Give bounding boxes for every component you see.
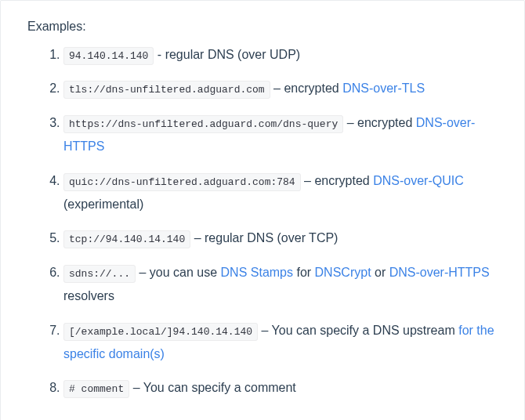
example-code: https://dns-unfiltered.adguard.com/dns-q… xyxy=(63,115,343,133)
example-text: or xyxy=(371,266,389,279)
example-code: 94.140.14.140 xyxy=(63,47,154,65)
doc-link[interactable]: DNSCrypt xyxy=(315,266,371,279)
example-text: – You can specify a DNS upstream xyxy=(258,324,458,337)
example-code: [/example.local/]94.140.14.140 xyxy=(63,323,258,341)
example-text: - regular DNS (over UDP) xyxy=(154,48,300,61)
example-text: – You can specify a comment xyxy=(129,381,296,394)
example-item-5: tcp://94.140.14.140 – regular DNS (over … xyxy=(63,222,499,255)
example-item-1: 94.140.14.140 - regular DNS (over UDP) xyxy=(63,38,499,72)
example-code: # comment xyxy=(63,380,129,398)
doc-link[interactable]: DNS Stamps xyxy=(221,266,293,279)
example-text: – encrypted xyxy=(343,116,416,129)
example-item-3: https://dns-unfiltered.adguard.com/dns-q… xyxy=(63,107,499,165)
example-code: sdns://... xyxy=(63,265,136,283)
doc-link[interactable]: DNS-over-TLS xyxy=(342,81,425,95)
examples-heading: Examples: xyxy=(27,20,499,34)
example-text: (experimental) xyxy=(63,197,143,211)
example-item-6: sdns://... – you can use DNS Stamps for … xyxy=(63,256,499,314)
example-code: tcp://94.140.14.140 xyxy=(63,230,190,248)
example-text: for xyxy=(293,266,315,279)
example-code: quic://dns-unfiltered.adguard.com:784 xyxy=(63,173,301,191)
doc-link[interactable]: DNS-over-QUIC xyxy=(373,174,464,187)
examples-panel: Examples: 94.140.14.140 - regular DNS (o… xyxy=(0,0,525,420)
example-text: – you can use xyxy=(136,266,221,279)
example-text: – regular DNS (over TCP) xyxy=(190,231,338,244)
example-item-4: quic://dns-unfiltered.adguard.com:784 – … xyxy=(63,165,499,223)
example-code: tls://dns-unfiltered.adguard.com xyxy=(63,81,270,99)
example-item-8: # comment – You can specify a comment xyxy=(63,371,499,405)
example-item-7: [/example.local/]94.140.14.140 – You can… xyxy=(63,314,499,372)
example-text: – encrypted xyxy=(270,81,343,95)
doc-link[interactable]: DNS-over-HTTPS xyxy=(389,266,490,279)
example-text: – encrypted xyxy=(301,174,374,187)
examples-list: 94.140.14.140 - regular DNS (over UDP)tl… xyxy=(26,38,499,406)
example-text: resolvers xyxy=(63,289,114,302)
example-item-2: tls://dns-unfiltered.adguard.com – encry… xyxy=(63,72,499,106)
